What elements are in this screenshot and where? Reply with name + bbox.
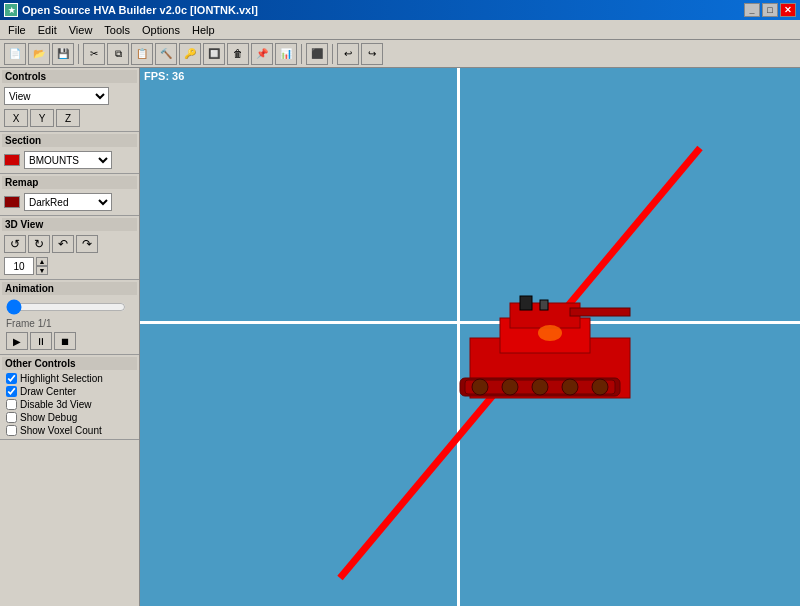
tilt-right-btn[interactable]: ↷	[76, 235, 98, 253]
animation-section: Animation Frame 1/1 ▶ ⏸ ⏹	[0, 280, 139, 355]
left-panel: Controls View X Y Z Section BMOUNTS TURR…	[0, 68, 140, 606]
draw-center-item: Draw Center	[2, 385, 137, 398]
disable-3d-label: Disable 3d View	[20, 399, 92, 410]
highlight-selection-item: Highlight Selection	[2, 372, 137, 385]
window-controls: _ □ ✕	[744, 3, 796, 17]
toolbar-btn-5[interactable]: ⧉	[107, 43, 129, 65]
rotate-left-btn[interactable]: ↺	[4, 235, 26, 253]
toolbar-open-btn[interactable]: 📂	[28, 43, 50, 65]
remap-dropdown[interactable]: DarkRed Red Blue Green	[24, 193, 112, 211]
toolbar-btn-8[interactable]: 🔑	[179, 43, 201, 65]
toolbar-sep-1	[78, 44, 79, 64]
view3d-controls: ↺ ↻ ↶ ↷	[2, 233, 137, 255]
show-voxel-count-checkbox[interactable]	[6, 425, 17, 436]
frame-label: Frame 1/1	[2, 317, 137, 330]
remap-section: Remap DarkRed Red Blue Green	[0, 174, 139, 216]
app-icon: ★	[4, 3, 18, 17]
spin-arrows: ▲ ▼	[36, 257, 48, 275]
svg-point-9	[532, 379, 548, 395]
toolbar-sep-3	[332, 44, 333, 64]
toolbar-sep-2	[301, 44, 302, 64]
minimize-button[interactable]: _	[744, 3, 760, 17]
spin-up-btn[interactable]: ▲	[36, 257, 48, 266]
svg-rect-13	[540, 300, 548, 310]
section-dropdown[interactable]: BMOUNTS TURRET BARREL BODY	[24, 151, 112, 169]
disable-3d-item: Disable 3d View	[2, 398, 137, 411]
toolbar-save-btn[interactable]: 💾	[52, 43, 74, 65]
menu-view[interactable]: View	[63, 22, 99, 38]
spin-input[interactable]	[4, 257, 34, 275]
close-button[interactable]: ✕	[780, 3, 796, 17]
toolbar-btn-12[interactable]: 📊	[275, 43, 297, 65]
svg-point-10	[562, 379, 578, 395]
toolbar-btn-4[interactable]: ✂	[83, 43, 105, 65]
highlight-selection-label: Highlight Selection	[20, 373, 103, 384]
menu-tools[interactable]: Tools	[98, 22, 136, 38]
window-title: Open Source HVA Builder v2.0c [IONTNK.vx…	[22, 4, 744, 16]
y-axis-btn[interactable]: Y	[30, 109, 54, 127]
draw-center-checkbox[interactable]	[6, 386, 17, 397]
show-voxel-count-label: Show Voxel Count	[20, 425, 102, 436]
x-axis-btn[interactable]: X	[4, 109, 28, 127]
tank-model	[450, 288, 670, 448]
toolbar-btn-6[interactable]: 📋	[131, 43, 153, 65]
other-controls-section: Other Controls Highlight Selection Draw …	[0, 355, 139, 440]
pause-btn[interactable]: ⏸	[30, 332, 52, 350]
toolbar-btn-13[interactable]: ⬛	[306, 43, 328, 65]
view3d-section: 3D View ↺ ↻ ↶ ↷ ▲ ▼	[0, 216, 139, 280]
menu-help[interactable]: Help	[186, 22, 221, 38]
remap-color-swatch	[4, 196, 20, 208]
z-axis-btn[interactable]: Z	[56, 109, 80, 127]
spin-control: ▲ ▼	[2, 255, 137, 277]
view3d-header: 3D View	[2, 218, 137, 231]
tilt-left-btn[interactable]: ↶	[52, 235, 74, 253]
toolbar-btn-9[interactable]: 🔲	[203, 43, 225, 65]
menu-bar: File Edit View Tools Options Help	[0, 20, 800, 40]
section-dropdown-row: BMOUNTS TURRET BARREL BODY	[2, 149, 137, 171]
svg-point-14	[538, 325, 562, 341]
show-debug-item: Show Debug	[2, 411, 137, 424]
show-debug-label: Show Debug	[20, 412, 77, 423]
svg-rect-12	[520, 296, 532, 310]
section-section: Section BMOUNTS TURRET BARREL BODY	[0, 132, 139, 174]
show-voxel-count-item: Show Voxel Count	[2, 424, 137, 437]
toolbar-redo-btn[interactable]: ↪	[361, 43, 383, 65]
xyz-row: X Y Z	[2, 107, 137, 129]
view-dropdown-row: View	[2, 85, 137, 107]
view-dropdown[interactable]: View	[4, 87, 109, 105]
svg-point-8	[502, 379, 518, 395]
spin-down-btn[interactable]: ▼	[36, 266, 48, 275]
toolbar: 📄 📂 💾 ✂ ⧉ 📋 🔨 🔑 🔲 🗑 📌 📊 ⬛ ↩ ↪	[0, 40, 800, 68]
3d-viewport[interactable]: FPS: 36	[140, 68, 800, 606]
svg-rect-4	[570, 308, 630, 316]
toolbar-btn-7[interactable]: 🔨	[155, 43, 177, 65]
animation-slider[interactable]	[6, 299, 126, 315]
maximize-button[interactable]: □	[762, 3, 778, 17]
animation-header: Animation	[2, 282, 137, 295]
svg-point-7	[472, 379, 488, 395]
other-controls-header: Other Controls	[2, 357, 137, 370]
menu-file[interactable]: File	[2, 22, 32, 38]
svg-point-11	[592, 379, 608, 395]
remap-header: Remap	[2, 176, 137, 189]
controls-header: Controls	[2, 70, 137, 83]
section-header: Section	[2, 134, 137, 147]
toolbar-btn-10[interactable]: 🗑	[227, 43, 249, 65]
section-color-indicator	[4, 154, 20, 166]
main-area: Controls View X Y Z Section BMOUNTS TURR…	[0, 68, 800, 606]
stop-btn[interactable]: ⏹	[54, 332, 76, 350]
disable-3d-checkbox[interactable]	[6, 399, 17, 410]
play-btn[interactable]: ▶	[6, 332, 28, 350]
draw-center-label: Draw Center	[20, 386, 76, 397]
toolbar-btn-11[interactable]: 📌	[251, 43, 273, 65]
rotate-right-btn[interactable]: ↻	[28, 235, 50, 253]
menu-options[interactable]: Options	[136, 22, 186, 38]
toolbar-new-btn[interactable]: 📄	[4, 43, 26, 65]
show-debug-checkbox[interactable]	[6, 412, 17, 423]
toolbar-undo-btn[interactable]: ↩	[337, 43, 359, 65]
remap-dropdown-row: DarkRed Red Blue Green	[2, 191, 137, 213]
menu-edit[interactable]: Edit	[32, 22, 63, 38]
controls-section: Controls View X Y Z	[0, 68, 139, 132]
highlight-selection-checkbox[interactable]	[6, 373, 17, 384]
anim-buttons: ▶ ⏸ ⏹	[2, 330, 137, 352]
